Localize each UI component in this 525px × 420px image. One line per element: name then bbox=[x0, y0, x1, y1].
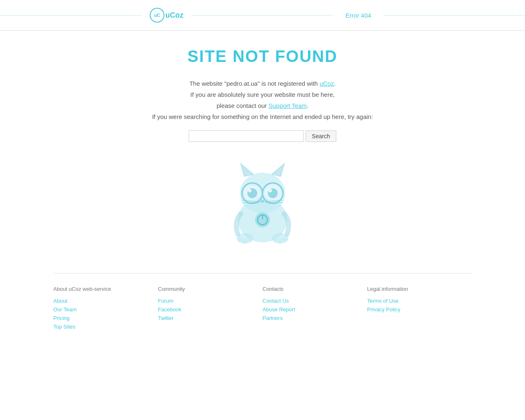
error-badge: Error 404 bbox=[333, 12, 383, 19]
footer-link-contactus[interactable]: Contact Us bbox=[262, 298, 367, 304]
header: uC uCoz Error 404 bbox=[0, 0, 525, 31]
description-block: The website "pedro.at.ua" is not registe… bbox=[86, 78, 439, 122]
ucoz-link[interactable]: uCoz bbox=[320, 80, 334, 87]
mascot-image bbox=[215, 154, 310, 249]
logo-link[interactable]: uC uCoz bbox=[150, 8, 183, 23]
header-line-left bbox=[0, 15, 142, 16]
footer-link-pricing[interactable]: Pricing bbox=[53, 315, 158, 321]
header-line-middle bbox=[192, 15, 333, 16]
svg-point-26 bbox=[242, 239, 247, 243]
footer-link-facebook[interactable]: Facebook bbox=[158, 306, 262, 313]
desc-line1: The website "pedro.at.ua" is not registe… bbox=[189, 80, 318, 87]
footer-heading-legal: Legal information bbox=[367, 286, 472, 292]
svg-point-13 bbox=[269, 189, 272, 192]
svg-point-27 bbox=[247, 237, 252, 242]
footer-link-privacypolicy[interactable]: Privacy Policy bbox=[367, 306, 472, 313]
search-row: Search bbox=[86, 130, 439, 142]
footer-col-legal: Legal information Terms of Use Privacy P… bbox=[367, 286, 472, 332]
footer-link-twitter[interactable]: Twitter bbox=[158, 315, 262, 321]
svg-point-28 bbox=[273, 237, 278, 242]
svg-point-9 bbox=[248, 189, 251, 192]
logo-icon: uC bbox=[150, 8, 164, 23]
desc-line4: If you were searching for something on t… bbox=[152, 113, 373, 120]
footer-heading-contacts: Contacts bbox=[262, 286, 367, 292]
footer-link-termsofuse[interactable]: Terms of Use bbox=[367, 298, 472, 304]
footer-link-abusereport[interactable]: Abuse Report bbox=[262, 306, 367, 313]
desc-line3: please contact our bbox=[217, 102, 267, 109]
desc-line2: If you are absolutely sure your website … bbox=[190, 91, 335, 98]
logo-container: uC uCoz bbox=[142, 8, 192, 23]
footer-link-partners[interactable]: Partners bbox=[262, 315, 367, 321]
footer-heading-about: About uCoz web-service bbox=[53, 286, 158, 292]
search-input[interactable] bbox=[189, 130, 304, 142]
footer-col-about: About uCoz web-service About Our Team Pr… bbox=[53, 286, 158, 332]
footer-col-community: Community Forum Facebook Twitter bbox=[158, 286, 262, 332]
footer-link-forum[interactable]: Forum bbox=[158, 298, 262, 304]
svg-point-15 bbox=[260, 200, 265, 203]
logo-text: uCoz bbox=[165, 11, 183, 20]
footer-link-ourteam[interactable]: Our Team bbox=[53, 306, 158, 313]
footer: About uCoz web-service About Our Team Pr… bbox=[0, 274, 525, 349]
footer-link-about[interactable]: About bbox=[53, 298, 158, 304]
footer-link-topsites[interactable]: Top Sites bbox=[53, 324, 158, 330]
support-team-link[interactable]: Support Team bbox=[269, 102, 307, 109]
search-button[interactable]: Search bbox=[306, 130, 336, 142]
main-content: SITE NOT FOUND The website "pedro.at.ua"… bbox=[78, 31, 447, 273]
svg-point-29 bbox=[278, 239, 283, 243]
footer-heading-community: Community bbox=[158, 286, 262, 292]
svg-point-30 bbox=[283, 237, 288, 242]
footer-col-contacts: Contacts Contact Us Abuse Report Partner… bbox=[262, 286, 367, 332]
page-title: SITE NOT FOUND bbox=[86, 47, 439, 66]
header-line-right bbox=[383, 15, 525, 16]
svg-point-25 bbox=[237, 237, 242, 242]
